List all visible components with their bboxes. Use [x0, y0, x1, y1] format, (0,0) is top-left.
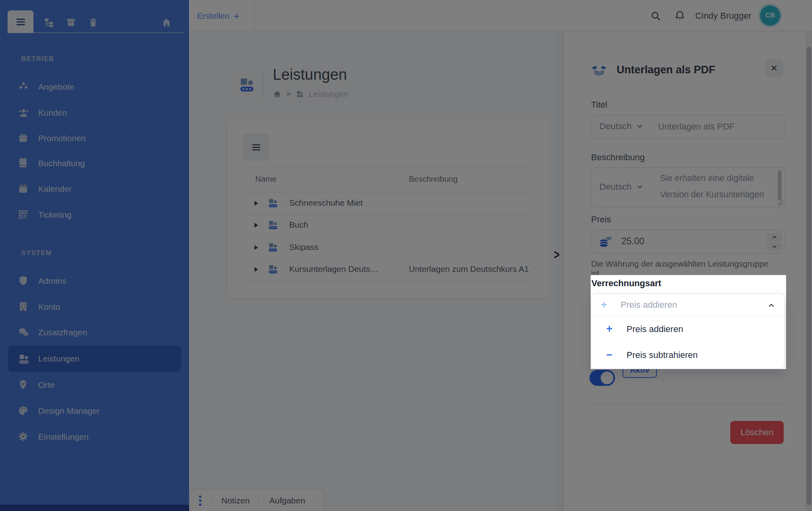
chevron-up-icon	[767, 301, 776, 309]
option-preis-subtrahieren[interactable]: Preis subtrahieren	[591, 343, 784, 369]
plus-icon	[601, 299, 607, 311]
minus-icon	[606, 349, 613, 361]
verrechnungsart-section: Verrechnungsart Preis addieren Preis add…	[591, 275, 786, 369]
plus-icon	[606, 323, 613, 335]
select-placeholder: Preis addieren	[621, 300, 677, 310]
modal-dim-overlay[interactable]	[0, 0, 812, 511]
verrechnungsart-combobox: Preis addieren Preis addieren Preis subt…	[591, 293, 785, 369]
verrechnungsart-select[interactable]: Preis addieren	[591, 294, 784, 316]
option-preis-addieren[interactable]: Preis addieren	[591, 317, 784, 343]
verrechnungsart-label: Verrechnungsart	[591, 278, 661, 289]
app-screen: BETRIEB Angebote Kunden Promotionen Buch…	[0, 0, 812, 511]
